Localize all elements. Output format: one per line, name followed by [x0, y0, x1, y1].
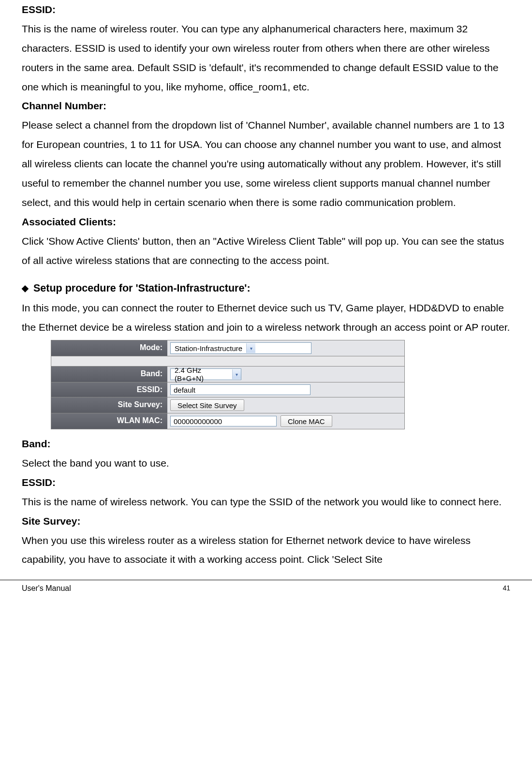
chevron-down-icon: ▾ [232, 369, 241, 379]
band-select-value: 2.4 GHz (B+G+N) [171, 366, 232, 382]
band-label: Band: [22, 434, 510, 454]
essid-form-label: ESSID: [51, 382, 167, 397]
row-site-survey: Site Survey: Select Site Survey [51, 397, 404, 413]
sitesurvey-label: Site Survey: [22, 512, 510, 531]
page-number: 41 [502, 584, 510, 593]
diamond-bullet-icon: ◆ [22, 280, 29, 296]
chevron-down-icon: ▾ [246, 343, 255, 353]
essid-input[interactable] [170, 384, 310, 395]
footer-title: User's Manual [22, 584, 71, 593]
clone-mac-button[interactable]: Clone MAC [281, 415, 332, 427]
sitesurvey-text: When you use this wireless router as a w… [22, 531, 510, 570]
assoc-label: Associated Clients: [22, 212, 510, 232]
wlan-form-label: WLAN MAC: [51, 413, 167, 429]
station-intro: In this mode, you can connect the router… [22, 298, 510, 337]
assoc-text: Click 'Show Active Clients' button, then… [22, 232, 510, 270]
band-select[interactable]: 2.4 GHz (B+G+N) ▾ [170, 368, 241, 380]
station-heading: ◆ Setup procedure for 'Station-Infrastru… [22, 279, 510, 298]
wlan-mac-input[interactable] [170, 416, 277, 426]
mode-select-value: Station-Infrastructure [171, 344, 246, 352]
essid2-text: This is the name of wireless network. Yo… [22, 492, 510, 512]
essid-text: This is the name of wireless router. You… [22, 19, 510, 97]
select-site-survey-button[interactable]: Select Site Survey [170, 399, 244, 411]
form-gap [51, 356, 404, 367]
station-config-form: Mode: Station-Infrastructure ▾ Band: 2.4… [51, 340, 405, 429]
channel-label: Channel Number: [22, 96, 510, 116]
essid2-label: ESSID: [22, 473, 510, 492]
row-essid: ESSID: [51, 382, 404, 397]
row-mode: Mode: Station-Infrastructure ▾ [51, 340, 404, 356]
station-heading-text: Setup procedure for 'Station-Infrastruct… [33, 282, 251, 294]
essid-label: ESSID: [22, 0, 510, 19]
page-footer: User's Manual 41 [0, 584, 532, 602]
mode-select[interactable]: Station-Infrastructure ▾ [170, 342, 311, 354]
row-wlan-mac: WLAN MAC: Clone MAC [51, 413, 404, 429]
channel-text: Please select a channel from the dropdow… [22, 116, 510, 212]
band-text: Select the band you want to use. [22, 454, 510, 473]
band-form-label: Band: [51, 367, 167, 382]
footer-rule [0, 580, 532, 580]
row-band: Band: 2.4 GHz (B+G+N) ▾ [51, 367, 404, 382]
mode-label: Mode: [51, 340, 167, 356]
survey-form-label: Site Survey: [51, 397, 167, 413]
